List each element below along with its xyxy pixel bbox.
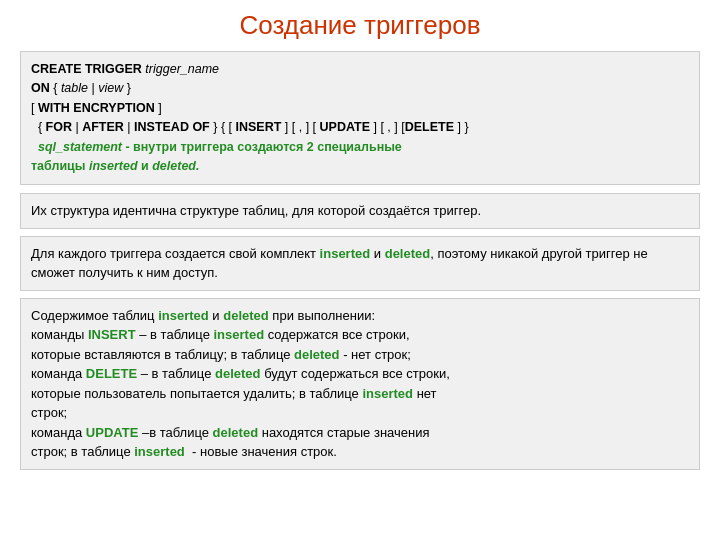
code-brace-close: } — [123, 81, 131, 95]
info3-delete-post: будут содержаться все строки, — [261, 366, 450, 381]
info3-deleted3: deleted — [215, 366, 261, 381]
info3-inserted3: inserted — [362, 386, 413, 401]
sql-statement-label: sql_statement — [31, 140, 122, 154]
trigger-name: trigger_name — [145, 62, 219, 76]
info-box-3: Содержимое таблиц inserted и deleted при… — [20, 298, 700, 470]
info3-cmd-delete-pre: команда — [31, 366, 86, 381]
kw-instead: INSTEAD OF — [134, 120, 210, 134]
code-line-1: CREATE TRIGGER trigger_name — [31, 60, 689, 79]
info2-pre: Для каждого триггера создается свой комп… — [31, 246, 320, 261]
info3-deleted2: deleted — [294, 347, 340, 362]
kw-delete: DELETE — [405, 120, 454, 134]
info2-and: и — [370, 246, 385, 261]
code-rest4c: ] [ , ] [ — [370, 120, 405, 134]
kw-create-trigger: CREATE TRIGGER — [31, 62, 145, 76]
info3-delete-mid: – в таблице — [137, 366, 215, 381]
page: Создание триггеров CREATE TRIGGER trigge… — [0, 0, 720, 540]
code-pipe: | — [88, 81, 98, 95]
code-with-enc: [ — [31, 101, 38, 115]
info3-line5: которые пользователь попытается удалить;… — [31, 386, 362, 401]
kw-insert: INSERT — [235, 120, 281, 134]
code-line-6: таблицы inserted и deleted. — [31, 157, 689, 176]
info3-line3-post: - нет строк; — [340, 347, 411, 362]
code-rest4d: ] } — [454, 120, 469, 134]
info3-cmd-insert-pre: команды — [31, 327, 88, 342]
code-block: CREATE TRIGGER trigger_name ON { table |… — [20, 51, 700, 185]
info3-UPDATE: UPDATE — [86, 425, 138, 440]
kw-with: WITH ENCRYPTION — [38, 101, 155, 115]
info3-and1: и — [209, 308, 224, 323]
info3-post1: при выполнении: — [269, 308, 375, 323]
info3-line8-post: - новые значения строк. — [185, 444, 337, 459]
info3-line5-post: нет — [413, 386, 437, 401]
info3-line3: которые вставляются в таблицу; в таблице — [31, 347, 294, 362]
pipe2: | — [124, 120, 134, 134]
info2-deleted: deleted — [385, 246, 431, 261]
info3-inserted4: inserted — [134, 444, 185, 459]
info3-inserted1: inserted — [158, 308, 209, 323]
info3-deleted4: deleted — [213, 425, 259, 440]
info1-text: Их структура идентична структуре таблиц,… — [31, 203, 481, 218]
kw-on: ON — [31, 81, 53, 95]
info3-insert-mid: – в таблице — [136, 327, 214, 342]
code-line-4: { FOR | AFTER | INSTEAD OF } { [ INSERT … — [31, 118, 689, 137]
info3-cmd-update-pre: команда — [31, 425, 86, 440]
code-desc: - внутри триггера создаются 2 специальны… — [122, 140, 402, 154]
info3-DELETE: DELETE — [86, 366, 137, 381]
info-box-1: Их структура идентична структуре таблиц,… — [20, 193, 700, 229]
code-deleted-label: deleted. — [152, 159, 199, 173]
kw-after: AFTER — [82, 120, 124, 134]
code-rest4b: ] [ , ] [ — [281, 120, 319, 134]
kw-view: view — [98, 81, 123, 95]
code-line-5: sql_statement - внутри триггера создаютс… — [31, 138, 689, 157]
code-line-3: [ WITH ENCRYPTION ] — [31, 99, 689, 118]
code-tables-label: таблицы — [31, 159, 89, 173]
code-indent: { — [31, 120, 46, 134]
code-line-2: ON { table | view } — [31, 79, 689, 98]
code-on-value: { — [53, 81, 61, 95]
kw-for: FOR — [46, 120, 72, 134]
code-with-enc-close: ] — [155, 101, 162, 115]
info3-inserted2: inserted — [214, 327, 265, 342]
code-inserted-label: inserted — [89, 159, 138, 173]
info3-pre1: Содержимое таблиц — [31, 308, 158, 323]
pipe1: | — [72, 120, 82, 134]
kw-table: table — [61, 81, 88, 95]
info2-inserted: inserted — [320, 246, 371, 261]
info3-INSERT: INSERT — [88, 327, 136, 342]
info-box-2: Для каждого триггера создается свой комп… — [20, 236, 700, 291]
info3-update-mid: –в таблице — [138, 425, 212, 440]
code-rest4: } { [ — [210, 120, 236, 134]
info3-deleted1: deleted — [223, 308, 269, 323]
page-title: Создание триггеров — [20, 10, 700, 41]
info3-insert-post: содержатся все строки, — [264, 327, 409, 342]
code-and-label: и — [138, 159, 153, 173]
info3-line8-pre: строк; в таблице — [31, 444, 134, 459]
info3-line6: строк; — [31, 405, 67, 420]
info3-update-post: находятся старые значения — [258, 425, 429, 440]
kw-update: UPDATE — [320, 120, 370, 134]
